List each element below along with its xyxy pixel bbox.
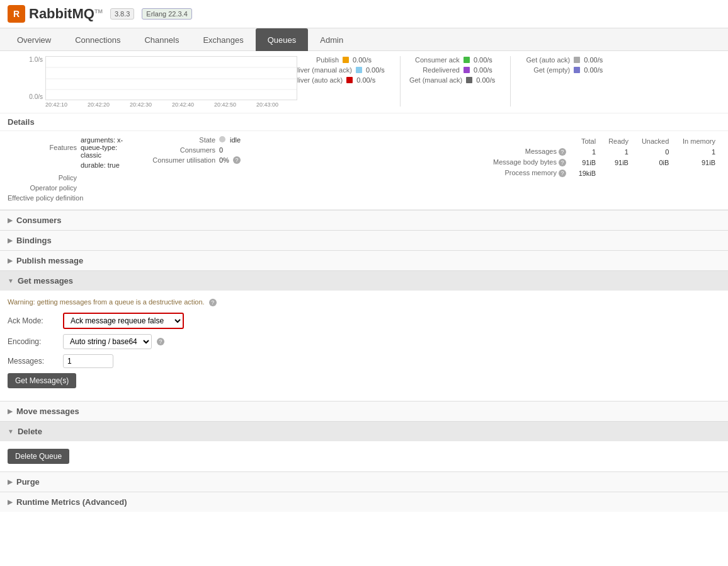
col-ready: Ready xyxy=(601,136,634,146)
operator-policy-row: Operator policy xyxy=(8,184,134,192)
consumer-util-help[interactable]: ? xyxy=(233,156,241,164)
get-messages-header[interactable]: ▼ Get messages xyxy=(0,271,728,291)
stats-col-3: Get (auto ack) 0.00/s Get (empty) 0.00/s xyxy=(520,56,609,108)
stats-table-section: Total Ready Unacked In memory Messages ?… xyxy=(481,136,720,204)
bindings-label: Bindings xyxy=(16,236,52,245)
header: R RabbitMQTM 3.8.3 Erlang 22.3.4 xyxy=(0,0,728,28)
durable-row: durable: true xyxy=(8,161,134,169)
get-messages-body: Warning: getting messages from a queue i… xyxy=(0,291,728,401)
delete-header[interactable]: ▼ Delete xyxy=(0,422,728,441)
stat-get-manual-label: Get (manual ack) xyxy=(409,76,462,84)
stat-get-auto-value: 0.00/s xyxy=(584,56,609,64)
erlang-badge: Erlang 22.3.4 xyxy=(142,8,191,20)
publish-chevron: ▶ xyxy=(8,257,13,264)
chart-x-5: 20:42:50 xyxy=(214,101,236,108)
chart-x-1: 20:42:10 xyxy=(45,101,67,108)
stat-get-manual-dot xyxy=(466,77,472,83)
features-label: Features xyxy=(8,144,77,151)
move-messages-section: ▶ Move messages xyxy=(0,401,728,421)
consumer-util-label: Consumer utilisation xyxy=(146,156,215,164)
stat-publish-dot xyxy=(343,57,349,63)
stat-deliver-auto-dot xyxy=(346,77,353,83)
features-section: Features arguments: x-queue-type: classi… xyxy=(8,136,134,204)
stat-get-empty-label: Get (empty) xyxy=(520,66,570,74)
ack-mode-row: Ack Mode: Ack message requeue falseNack … xyxy=(8,313,720,329)
messages-unacked: 0 xyxy=(634,146,674,157)
stat-publish: Publish 0.00/s xyxy=(288,56,391,64)
chart-x-3: 20:42:30 xyxy=(130,101,152,108)
warning-text: Warning: getting messages from a queue i… xyxy=(8,298,720,306)
encoding-row: Encoding: Auto string / base64base64 ? xyxy=(8,334,720,349)
consumer-util-row: Consumer utilisation 0% ? xyxy=(146,156,469,164)
stat-get-empty: Get (empty) 0.00/s xyxy=(520,66,609,74)
consumers-count-value: 0 xyxy=(219,146,223,154)
messages-ready: 1 xyxy=(601,146,634,157)
stat-get-manual-value: 0.00/s xyxy=(476,76,501,84)
runtime-metrics-chevron: ▶ xyxy=(8,499,13,505)
state-value: idle xyxy=(219,136,241,144)
stat-consumer-ack-label: Consumer ack xyxy=(409,56,460,64)
stat-divider-2 xyxy=(510,56,511,107)
state-section: State idle Consumers 0 Consumer utilisat… xyxy=(146,136,469,204)
nav-admin[interactable]: Admin xyxy=(308,28,355,51)
process-memory-help[interactable]: ? xyxy=(559,170,566,177)
stat-consumer-ack-dot xyxy=(464,57,470,63)
state-label: State xyxy=(146,136,215,144)
nav-exchanges[interactable]: Exchanges xyxy=(191,28,255,51)
delete-queue-button[interactable]: Delete Queue xyxy=(8,449,69,464)
chart-x-4: 20:42:40 xyxy=(172,101,194,108)
delete-chevron: ▼ xyxy=(8,428,14,435)
get-messages-label: Get messages xyxy=(18,276,73,286)
get-messages-button[interactable]: Get Message(s) xyxy=(8,373,76,388)
process-memory-row-label: Process memory ? xyxy=(481,168,571,178)
nav-connections[interactable]: Connections xyxy=(63,28,132,51)
nav-channels[interactable]: Channels xyxy=(132,28,191,51)
features-value: arguments: x-queue-type: classic xyxy=(81,136,134,159)
consumers-chevron: ▶ xyxy=(8,217,13,224)
bindings-chevron: ▶ xyxy=(8,237,13,244)
durable-value: durable: true xyxy=(81,161,120,169)
publish-header[interactable]: ▶ Publish message xyxy=(0,251,728,270)
stat-get-empty-value: 0.00/s xyxy=(584,66,609,74)
body-bytes-help[interactable]: ? xyxy=(559,159,566,166)
bindings-header[interactable]: ▶ Bindings xyxy=(0,231,728,250)
stat-redelivered: Redelivered 0.00/s xyxy=(409,66,501,74)
purge-header[interactable]: ▶ Purge xyxy=(0,472,728,492)
messages-help[interactable]: ? xyxy=(559,148,566,156)
nav-overview[interactable]: Overview xyxy=(5,28,63,51)
body-bytes-row-label: Message body bytes ? xyxy=(481,157,571,168)
purge-section: ▶ Purge xyxy=(0,471,728,492)
body-bytes-inmemory: 91iB xyxy=(674,157,720,168)
move-messages-header[interactable]: ▶ Move messages xyxy=(0,401,728,421)
encoding-select[interactable]: Auto string / base64base64 xyxy=(63,334,152,349)
bindings-section: ▶ Bindings xyxy=(0,230,728,250)
stat-publish-value: 0.00/s xyxy=(353,56,378,64)
runtime-metrics-header[interactable]: ▶ Runtime Metrics (Advanced) xyxy=(0,492,728,512)
policy-row: Policy xyxy=(8,174,134,182)
body-bytes-unacked: 0iB xyxy=(634,157,674,168)
consumer-util-value: 0% xyxy=(219,156,229,164)
ack-mode-select[interactable]: Ack message requeue falseNack message re… xyxy=(63,313,184,329)
effective-policy-label: Effective policy definition xyxy=(8,194,83,202)
logo: R RabbitMQTM xyxy=(8,5,103,23)
runtime-metrics-label: Runtime Metrics (Advanced) xyxy=(16,497,127,507)
stat-deliver-manual-label: Deliver (manual ack) xyxy=(288,66,352,74)
consumers-header[interactable]: ▶ Consumers xyxy=(0,211,728,230)
warning-help[interactable]: ? xyxy=(209,299,217,306)
policy-label: Policy xyxy=(8,174,77,182)
encoding-help[interactable]: ? xyxy=(157,338,164,345)
features-row: Features arguments: x-queue-type: classi… xyxy=(8,136,134,159)
stat-get-empty-dot xyxy=(574,67,580,73)
col-empty xyxy=(481,136,571,146)
version-badge: 3.8.3 xyxy=(110,8,134,20)
chart-wrapper: 1.0/s 0.0/s 20:42:10 20:42:20 20:42:30 2… xyxy=(25,56,278,108)
messages-input[interactable] xyxy=(63,354,113,368)
stat-get-auto-label: Get (auto ack) xyxy=(520,56,570,64)
move-messages-label: Move messages xyxy=(16,407,79,416)
logo-icon: R xyxy=(8,5,25,23)
stat-redelivered-value: 0.00/s xyxy=(474,66,499,74)
table-row-messages: Messages ? 1 1 0 1 xyxy=(481,146,720,157)
details-grid: Features arguments: x-queue-type: classi… xyxy=(0,131,728,210)
nav-queues[interactable]: Queues xyxy=(256,28,309,51)
chart-section: 1.0/s 0.0/s 20:42:10 20:42:20 20:42:30 2… xyxy=(0,51,728,113)
